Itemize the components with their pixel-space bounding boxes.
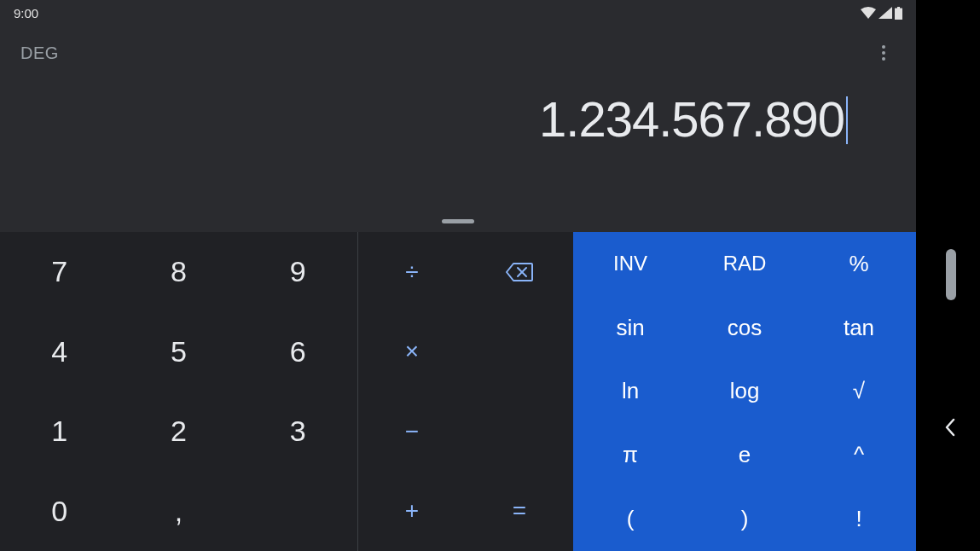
key-cos[interactable]: cos [687, 296, 802, 360]
cursor [846, 96, 848, 144]
key-power[interactable]: ^ [802, 423, 916, 487]
battery-icon [895, 7, 902, 20]
key-8[interactable]: 8 [119, 232, 239, 312]
svg-point-2 [882, 57, 885, 61]
key-tan[interactable]: tan [802, 296, 916, 360]
key-rad[interactable]: RAD [687, 232, 802, 296]
key-ln[interactable]: ln [573, 360, 687, 424]
key-equals[interactable]: = [466, 472, 573, 552]
key-e[interactable]: e [687, 423, 802, 487]
svg-point-0 [882, 45, 885, 49]
key-multiply[interactable]: × [358, 312, 573, 392]
key-factorial[interactable]: ! [802, 487, 916, 551]
display-value[interactable]: 1.234.567.890 [0, 70, 916, 148]
system-nav-bar [916, 0, 980, 551]
more-vert-icon [882, 45, 885, 61]
svg-point-1 [882, 51, 885, 55]
key-plus[interactable]: + [358, 472, 466, 552]
key-6[interactable]: 6 [238, 312, 357, 392]
function-pad: INV RAD % sin cos tan ln log √ π e ^ ( )… [573, 232, 916, 551]
keypad: 7 8 9 4 5 6 1 2 3 0 , ÷ × − + = [0, 232, 916, 551]
nav-back-button[interactable] [944, 418, 956, 440]
key-inv[interactable]: INV [573, 232, 687, 296]
number-pad: 7 8 9 4 5 6 1 2 3 0 , [0, 232, 358, 551]
backspace-icon [506, 262, 533, 282]
key-log[interactable]: log [687, 360, 802, 424]
key-4[interactable]: 4 [0, 312, 119, 392]
key-backspace[interactable] [466, 232, 573, 312]
key-0[interactable]: 0 [0, 472, 119, 552]
key-sin[interactable]: sin [573, 296, 687, 360]
cell-signal-icon [879, 7, 892, 19]
key-7[interactable]: 7 [0, 232, 119, 312]
key-percent[interactable]: % [802, 232, 916, 296]
more-menu-button[interactable] [867, 36, 901, 70]
key-sqrt[interactable]: √ [802, 360, 916, 424]
key-decimal[interactable]: , [119, 472, 239, 552]
key-3[interactable]: 3 [238, 392, 357, 472]
key-minus[interactable]: − [358, 392, 573, 472]
display-text: 1.234.567.890 [539, 91, 844, 147]
key-2[interactable]: 2 [119, 392, 239, 472]
angle-mode-label[interactable]: DEG [20, 44, 59, 63]
nav-pill[interactable] [946, 249, 956, 300]
wifi-icon [861, 7, 876, 19]
key-pi[interactable]: π [573, 423, 687, 487]
key-5[interactable]: 5 [119, 312, 239, 392]
key-lparen[interactable]: ( [573, 487, 687, 551]
drag-handle[interactable] [442, 219, 474, 223]
status-time: 9:00 [14, 6, 38, 20]
key-rparen[interactable]: ) [687, 487, 802, 551]
status-bar: 9:00 [0, 0, 916, 26]
operator-pad: ÷ × − + = [358, 232, 573, 551]
calculator-display: DEG 1.234.567.890 [0, 26, 916, 232]
chevron-left-icon [944, 418, 956, 437]
key-1[interactable]: 1 [0, 392, 119, 472]
key-divide[interactable]: ÷ [358, 232, 466, 312]
status-icons [861, 7, 902, 20]
key-9[interactable]: 9 [238, 232, 357, 312]
